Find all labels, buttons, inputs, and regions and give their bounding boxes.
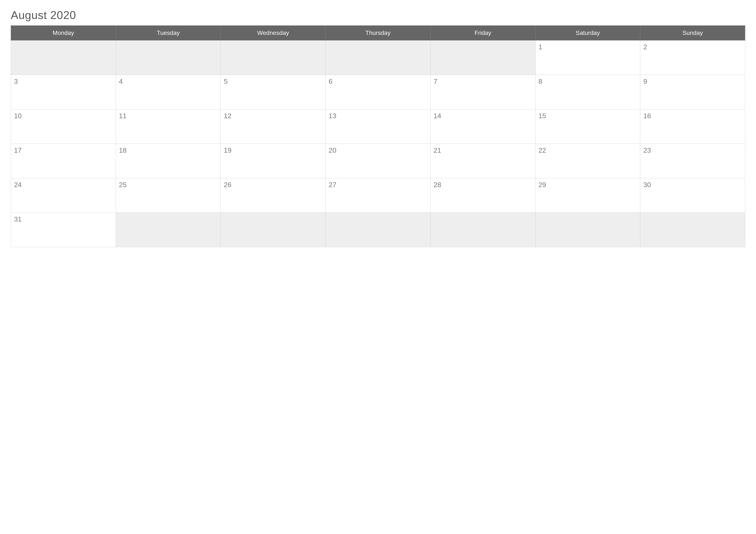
- calendar-day-empty[interactable]: [116, 40, 221, 75]
- calendar-day-27[interactable]: 27: [326, 178, 431, 213]
- calendar-day-empty[interactable]: [326, 40, 431, 75]
- calendar-day-22[interactable]: 22: [535, 144, 640, 178]
- calendar-day-25[interactable]: 25: [116, 178, 221, 213]
- weekday-header-thursday: Thursday: [326, 26, 431, 40]
- calendar-day-28[interactable]: 28: [430, 178, 535, 213]
- calendar-day-20[interactable]: 20: [326, 144, 431, 178]
- calendar-day-12[interactable]: 12: [221, 109, 326, 144]
- calendar-week-row: 12: [11, 40, 745, 75]
- calendar-day-8[interactable]: 8: [535, 75, 640, 109]
- calendar-week-row: 3456789: [11, 75, 745, 109]
- weekday-header-wednesday: Wednesday: [221, 26, 326, 40]
- calendar-day-24[interactable]: 24: [11, 178, 116, 213]
- weekday-header-saturday: Saturday: [535, 26, 640, 40]
- calendar-week-row: 24252627282930: [11, 178, 745, 213]
- weekday-header-monday: Monday: [11, 26, 116, 40]
- calendar-day-17[interactable]: 17: [11, 144, 116, 178]
- calendar-day-30[interactable]: 30: [640, 178, 745, 213]
- calendar-day-empty[interactable]: [430, 213, 535, 247]
- calendar-day-16[interactable]: 16: [640, 109, 745, 144]
- calendar-day-6[interactable]: 6: [326, 75, 431, 109]
- calendar-day-empty[interactable]: [535, 213, 640, 247]
- calendar-day-7[interactable]: 7: [430, 75, 535, 109]
- calendar-day-21[interactable]: 21: [430, 144, 535, 178]
- calendar-day-empty[interactable]: [430, 40, 535, 75]
- calendar-day-15[interactable]: 15: [535, 109, 640, 144]
- calendar-day-26[interactable]: 26: [221, 178, 326, 213]
- calendar-day-empty[interactable]: [221, 213, 326, 247]
- calendar-day-9[interactable]: 9: [640, 75, 745, 109]
- calendar-day-3[interactable]: 3: [11, 75, 116, 109]
- calendar-day-empty[interactable]: [326, 213, 431, 247]
- weekday-header-tuesday: Tuesday: [116, 26, 221, 40]
- calendar-day-31[interactable]: 31: [11, 213, 116, 247]
- calendar-day-empty[interactable]: [11, 40, 116, 75]
- calendar-day-11[interactable]: 11: [116, 109, 221, 144]
- calendar-day-18[interactable]: 18: [116, 144, 221, 178]
- calendar-day-4[interactable]: 4: [116, 75, 221, 109]
- calendar-table: MondayTuesdayWednesdayThursdayFridaySatu…: [11, 25, 745, 247]
- calendar-day-19[interactable]: 19: [221, 144, 326, 178]
- calendar-day-1[interactable]: 1: [535, 40, 640, 75]
- calendar-day-23[interactable]: 23: [640, 144, 745, 178]
- calendar-week-row: 10111213141516: [11, 109, 745, 144]
- calendar-day-empty[interactable]: [221, 40, 326, 75]
- calendar-day-13[interactable]: 13: [326, 109, 431, 144]
- calendar-day-5[interactable]: 5: [221, 75, 326, 109]
- calendar-week-row: 31: [11, 213, 745, 247]
- calendar-day-10[interactable]: 10: [11, 109, 116, 144]
- calendar-day-2[interactable]: 2: [640, 40, 745, 75]
- calendar-day-14[interactable]: 14: [430, 109, 535, 144]
- weekday-header-sunday: Sunday: [640, 26, 745, 40]
- weekday-header-friday: Friday: [430, 26, 535, 40]
- weekday-header-row: MondayTuesdayWednesdayThursdayFridaySatu…: [11, 26, 745, 40]
- calendar-day-empty[interactable]: [640, 213, 745, 247]
- calendar-week-row: 17181920212223: [11, 144, 745, 178]
- calendar-day-29[interactable]: 29: [535, 178, 640, 213]
- page-title: August 2020: [11, 9, 745, 21]
- calendar-day-empty[interactable]: [116, 213, 221, 247]
